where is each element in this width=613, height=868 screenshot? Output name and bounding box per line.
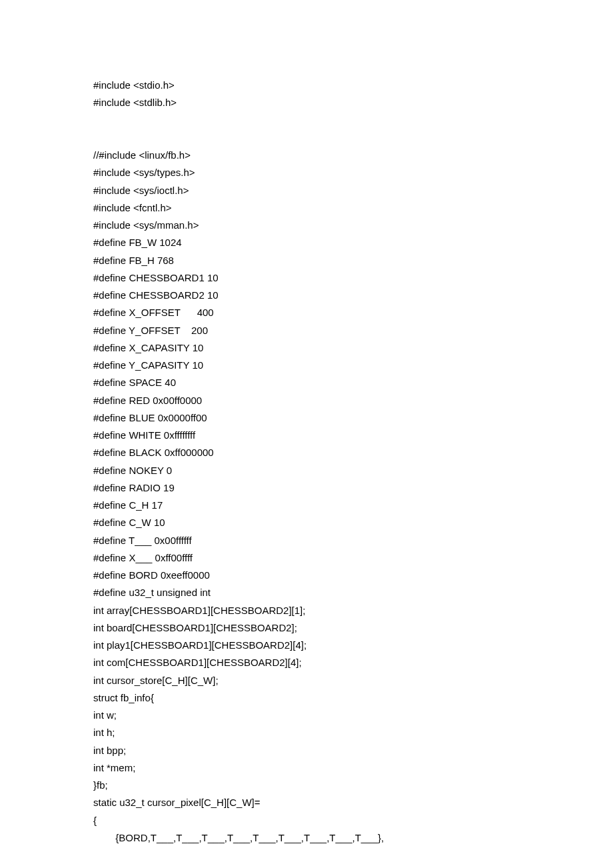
- code-line: #define NOKEY 0: [93, 462, 520, 479]
- code-line: #define BORD 0xeeff0000: [93, 567, 520, 584]
- code-line: #define X___ 0xff00ffff: [93, 549, 520, 567]
- code-line: int array[CHESSBOARD1][CHESSBOARD2][1];: [93, 602, 520, 619]
- code-line: int w;: [93, 707, 520, 724]
- code-line: int com[CHESSBOARD1][CHESSBOARD2][4];: [93, 654, 520, 671]
- code-line: static u32_t cursor_pixel[C_H][C_W]=: [93, 794, 520, 811]
- code-line: #define BLUE 0x0000ff00: [93, 409, 520, 427]
- code-line: int h;: [93, 724, 520, 741]
- code-line: #define X_OFFSET 400: [93, 304, 520, 321]
- code-line: int board[CHESSBOARD1][CHESSBOARD2];: [93, 619, 520, 637]
- code-line: int cursor_store[C_H][C_W];: [93, 672, 520, 689]
- code-line: #include <sys/mman.h>: [93, 217, 520, 234]
- code-line: #define WHITE 0xffffffff: [93, 427, 520, 444]
- code-line: #define RADIO 19: [93, 479, 520, 497]
- code-line: #define CHESSBOARD2 10: [93, 287, 520, 304]
- blank-line: [93, 112, 520, 129]
- document-page: #include <stdio.h>#include <stdlib.h>//#…: [0, 0, 613, 868]
- code-line: #define SPACE 40: [93, 374, 520, 391]
- code-line: #include <fcntl.h>: [93, 199, 520, 217]
- code-line: #define FB_H 768: [93, 252, 520, 269]
- code-line: #define FB_W 1024: [93, 234, 520, 251]
- code-line: #define CHESSBOARD1 10: [93, 269, 520, 287]
- code-line: struct fb_info{: [93, 689, 520, 707]
- code-line: #include <stdio.h>: [93, 77, 520, 94]
- code-line: #define RED 0x00ff0000: [93, 392, 520, 409]
- code-line: #include <stdlib.h>: [93, 94, 520, 111]
- code-line: #define T___ 0x00ffffff: [93, 532, 520, 549]
- code-line: #include <sys/ioctl.h>: [93, 182, 520, 199]
- code-line: }fb;: [93, 777, 520, 794]
- code-line: #define u32_t unsigned int: [93, 584, 520, 601]
- code-line: #define C_H 17: [93, 497, 520, 514]
- code-line: int *mem;: [93, 759, 520, 777]
- code-line: #define X_CAPASITY 10: [93, 339, 520, 357]
- code-line: {BORD,T___,T___,T___,T___,T___,T___,T___…: [93, 829, 520, 847]
- code-line: #define BLACK 0xff000000: [93, 444, 520, 461]
- code-line: {: [93, 812, 520, 829]
- code-line: int play1[CHESSBOARD1][CHESSBOARD2][4];: [93, 637, 520, 654]
- code-line: int bpp;: [93, 742, 520, 759]
- code-line: #include <sys/types.h>: [93, 164, 520, 181]
- code-line: #define Y_OFFSET 200: [93, 322, 520, 339]
- code-line: #define Y_CAPASITY 10: [93, 357, 520, 374]
- blank-line: [93, 129, 520, 147]
- code-line: #define C_W 10: [93, 514, 520, 531]
- code-line: //#include <linux/fb.h>: [93, 147, 520, 164]
